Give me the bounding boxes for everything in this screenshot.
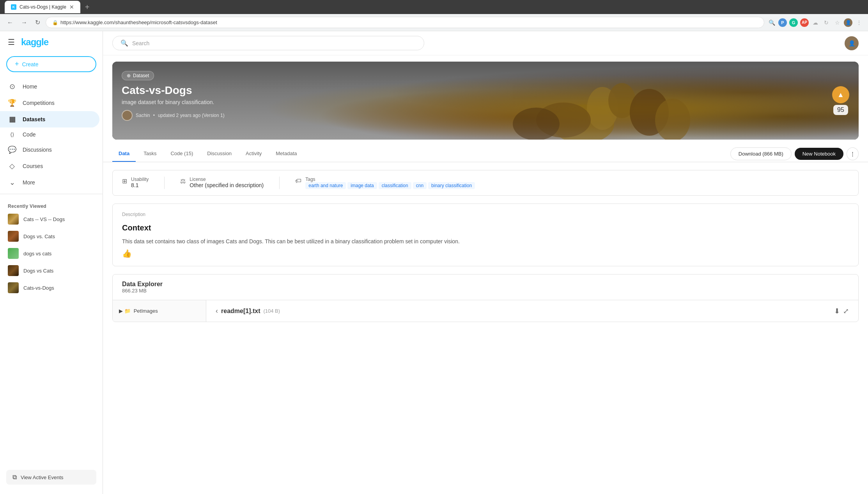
new-tab-button[interactable]: + [85,3,90,12]
sidebar-item-courses[interactable]: ◇ Courses [0,158,99,174]
tab-discussion[interactable]: Discussion [201,146,238,162]
file-actions: ⬇ ⤢ [834,307,849,315]
tag-5[interactable]: binary classification [428,182,475,189]
tab-metadata[interactable]: Metadata [269,146,303,162]
meta-divider-1 [164,177,165,189]
events-icon: ⧉ [12,474,17,481]
browser-nav-bar: ← → ↻ 🔒 https://www.kaggle.com/shaunthes… [0,14,868,31]
recent-thumb-img-5 [8,282,19,293]
star-icon[interactable]: ☆ [833,18,841,27]
home-icon: ⊙ [8,82,16,91]
download-file-button[interactable]: ⬇ [834,307,840,315]
sync-icon[interactable]: ↻ [822,18,831,27]
trophy-icon: 🏆 [8,99,16,107]
code-icon: ⟨⟩ [8,131,16,138]
forward-button[interactable]: → [19,18,30,28]
create-button[interactable]: + Create [6,56,96,72]
sidebar-item-home[interactable]: ⊙ Home [0,78,99,95]
expand-file-button[interactable]: ⤢ [843,307,849,315]
menu-icon[interactable]: ⋮ [855,18,863,27]
prev-file-button[interactable]: ‹ [216,307,218,315]
sidebar-item-label-more: More [23,179,35,186]
extensions-icon[interactable]: P [778,18,787,27]
tags-meta: 🏷 Tags earth and nature image data class… [295,177,475,189]
recent-item-label-5: Cats-vs-Dogs [23,285,54,291]
recent-item-5[interactable]: Cats-vs-Dogs [0,279,103,296]
sidebar-item-code[interactable]: ⟨⟩ Code [0,127,99,142]
recent-thumb-5 [8,282,19,293]
tab-title: Cats-vs-Dogs | Kaggle [19,4,66,10]
license-meta: ⚖ License Other (specified in descriptio… [180,177,264,188]
license-label: License [190,177,264,182]
recent-item-4[interactable]: Dogs vs Cats [0,262,103,279]
tags-label: Tags [305,177,475,182]
tag-4[interactable]: cnn [413,182,427,189]
tab-close-button[interactable]: ✕ [69,4,74,10]
file-size: (104 B) [263,308,280,314]
app-container: ☰ kaggle + Create ⊙ Home 🏆 Competitions … [0,31,868,494]
tab-data[interactable]: Data [112,146,136,162]
refresh-button[interactable]: ↻ [33,17,43,28]
back-button[interactable]: ← [5,18,16,28]
data-explorer-header: Data Explorer 866.23 MB [113,274,858,300]
dataset-title: Cats-vs-Dogs [122,84,849,97]
vote-up-button[interactable]: ▲ [832,86,849,103]
new-notebook-button[interactable]: New Notebook [795,148,843,160]
sidebar-item-discussions[interactable]: 💬 Discussions [0,142,99,158]
recent-item-2[interactable]: Dogs vs. Cats [0,228,103,245]
avatar-img: 👤 [849,40,855,46]
recent-item-label-3: dogs vs cats [23,251,51,257]
profile-icon[interactable]: 👤 [844,18,852,27]
browser-tab[interactable]: K Cats-vs-Dogs | Kaggle ✕ [5,1,80,13]
tag-1[interactable]: earth and nature [305,182,346,189]
sidebar-item-label-datasets: Datasets [23,116,45,122]
license-icon: ⚖ [180,177,186,185]
kaggle-logo: kaggle [21,37,48,48]
recent-thumb-img-2 [8,231,19,242]
hamburger-button[interactable]: ☰ [6,36,16,48]
sidebar-item-competitions[interactable]: 🏆 Competitions [0,95,99,111]
tags-icon: 🏷 [295,177,301,184]
file-preview: ‹ readme[1].txt (104 B) ⬇ ⤢ [206,300,858,322]
meta-divider-2 [279,177,280,189]
dataset-badge-label: Dataset [133,73,149,78]
adblock-icon[interactable]: AP [800,18,809,27]
dataset-updated: updated 2 years ago (Version 1) [158,113,225,118]
address-bar[interactable]: 🔒 https://www.kaggle.com/shaunthesheep/m… [46,17,764,28]
create-plus-icon: + [15,60,19,68]
tab-code[interactable]: Code (15) [164,146,199,162]
recent-item-3[interactable]: dogs vs cats [0,245,103,262]
usability-value: 8.1 [131,182,149,188]
dataset-hero: ⊕ Dataset Cats-vs-Dogs image dataset for… [112,62,859,140]
courses-icon: ◇ [8,162,16,170]
usability-icon: ⊞ [122,177,127,185]
tag-3[interactable]: classification [379,182,411,189]
more-options-button[interactable]: ⋮ [847,147,859,160]
data-explorer-size: 866.23 MB [122,288,163,294]
content-area: ⊞ Usability 8.1 ⚖ License Other (specifi… [103,162,868,330]
recent-thumb-1 [8,214,19,225]
zoom-icon[interactable]: 🔍 [767,18,776,27]
tab-activity[interactable]: Activity [239,146,268,162]
discussions-icon: 💬 [8,145,16,154]
main-content: 🔍 Search 👤 [103,31,868,494]
search-bar[interactable]: 🔍 Search [112,36,424,50]
vote-count-box: 95 [833,105,848,115]
file-item-folder[interactable]: ▶ 📁 PetImages [113,305,206,317]
user-avatar[interactable]: 👤 [845,36,859,50]
license-value: Other (specified in description) [190,182,264,188]
tag-2[interactable]: image data [347,182,377,189]
view-active-events-button[interactable]: ⧉ View Active Events [6,470,96,485]
recent-item-1[interactable]: Cats -- VS -- Dogs [0,211,103,228]
context-text: This data set contains two class of imag… [122,237,849,246]
cloud-icon[interactable]: ☁ [811,18,820,27]
dataset-subtitle: image dataset for binary classification. [122,99,849,105]
more-options-icon: ⋮ [850,151,855,157]
grammarly-icon[interactable]: G [789,18,798,27]
recently-viewed-section: Recently Viewed Cats -- VS -- Dogs Dogs … [0,197,103,299]
sidebar-item-datasets[interactable]: ▦ Datasets [0,111,99,127]
file-panel: ▶ 📁 PetImages [113,300,206,322]
tab-tasks[interactable]: Tasks [137,146,163,162]
download-button[interactable]: Download (866 MB) [730,147,792,160]
sidebar-item-more[interactable]: ⌄ More [0,174,99,191]
